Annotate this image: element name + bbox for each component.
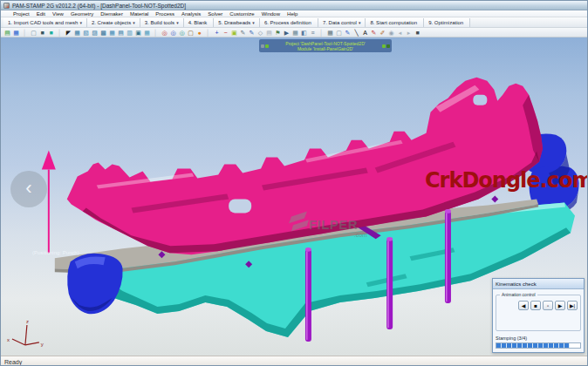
positioning-label: (Positioning: Punch) xyxy=(32,250,79,255)
pause-button[interactable]: ▫ xyxy=(543,301,553,310)
separator[interactable]: │ xyxy=(56,28,64,37)
open-project-icon[interactable]: ▤ xyxy=(3,28,11,37)
separator[interactable]: │ xyxy=(152,28,160,37)
workflow-step-button[interactable]: 4. Blank xyxy=(184,18,215,27)
title-bar[interactable]: PAM-STAMP 2G v2012.2 (64-bit) - [DashPan… xyxy=(1,1,587,10)
view-hidden-line-icon[interactable]: ▩ xyxy=(99,28,107,37)
menu-item[interactable]: Project xyxy=(10,11,33,17)
locator-marker xyxy=(491,195,498,202)
menu-item[interactable]: View xyxy=(49,11,67,17)
workflow-step-button[interactable]: 5. Drawbeads ▾ xyxy=(214,18,260,27)
module-label: Module 'Install-PanelGain2D' xyxy=(270,46,380,51)
workflow-step-button[interactable]: 6. Process definition xyxy=(260,18,318,27)
zoom-fit-icon[interactable]: ◎ xyxy=(178,28,186,37)
menu-item[interactable]: Window xyxy=(258,11,284,17)
axis-y-label: y xyxy=(41,342,44,347)
workflow-step-label: 8. Start computation xyxy=(370,20,417,25)
locating-pin[interactable] xyxy=(386,237,393,329)
up-arrow-indicator xyxy=(42,151,56,254)
dropdown-arrow-icon: ▾ xyxy=(252,20,255,25)
stop-icon[interactable]: ■ xyxy=(414,28,421,37)
project-save-icon xyxy=(386,44,390,48)
step-back-button[interactable]: ◀ xyxy=(518,301,529,310)
dropdown-arrow-icon: ▾ xyxy=(79,20,82,25)
menu-item[interactable]: Diemaker xyxy=(97,11,126,17)
zoom-in-icon[interactable]: ◎ xyxy=(161,28,168,37)
menu-item[interactable]: Customize xyxy=(226,11,257,17)
left-end-part[interactable] xyxy=(67,254,122,315)
color-palette-icon[interactable]: ▣ xyxy=(230,28,238,37)
icon-toolbar: ▤▦│▢■■│◤▦▧▨▩▦▤▥▣▦│◎◎◎▢●│+−▣✎✎◇▤⚑▶▦◧≡│▦▢✎… xyxy=(1,28,587,37)
separator[interactable]: │ xyxy=(318,28,325,37)
view-shaded-icon[interactable]: ▧ xyxy=(82,28,90,37)
separator[interactable]: │ xyxy=(21,28,29,37)
notes-icon[interactable]: ▤ xyxy=(265,28,273,37)
menu-item[interactable]: Solver xyxy=(204,11,226,17)
menu-item[interactable]: Material xyxy=(126,11,152,17)
play-button[interactable]: ▶ xyxy=(555,301,565,310)
calculator-icon[interactable]: ▦ xyxy=(326,28,334,37)
module-state-icon xyxy=(261,44,264,48)
mesh-box-dark-icon[interactable]: ■ xyxy=(38,28,46,37)
flag-icon[interactable]: ⚑ xyxy=(274,28,282,37)
view-top-icon[interactable]: ▥ xyxy=(126,28,133,37)
workflow-step-button[interactable]: 2. Create objects ▾ xyxy=(87,18,140,27)
annotate-icon[interactable]: ✎ xyxy=(248,28,256,37)
play-macro-icon[interactable]: ▶ xyxy=(283,28,291,37)
rotate-sphere-icon[interactable]: ● xyxy=(195,28,203,37)
grid-icon[interactable]: ▦ xyxy=(291,28,299,37)
visibility-icon[interactable]: ◉ xyxy=(387,28,395,37)
menu-item[interactable]: Edit xyxy=(33,11,49,17)
previous-overlay-button[interactable]: ‹ xyxy=(10,171,47,207)
workflow-step-button[interactable]: 8. Start computation xyxy=(366,18,424,27)
locating-pin[interactable] xyxy=(305,247,311,342)
workflow-step-button[interactable]: 1. Import CAD tools and mesh ▾ xyxy=(3,18,87,27)
menu-item[interactable]: Process xyxy=(152,11,178,17)
stop-button[interactable]: ■ xyxy=(530,301,541,310)
zoom-out-icon[interactable]: ◎ xyxy=(169,28,177,37)
add-entity-icon[interactable]: + xyxy=(213,28,221,37)
menu-item[interactable]: Analysis xyxy=(178,11,204,17)
menu-item[interactable]: Help xyxy=(284,11,301,17)
filper-watermark-text: FILPER xyxy=(309,217,358,232)
view-wireframe-icon[interactable]: ▨ xyxy=(91,28,99,37)
axis-triad: z x y xyxy=(7,319,44,347)
workflow-step-button[interactable]: 9. Optimization xyxy=(424,18,470,27)
menu-item[interactable]: Geometry xyxy=(67,11,97,17)
layers-icon[interactable]: ≡ xyxy=(309,28,317,37)
viewport-3d[interactable]: z x y FILPER .com Project 'DashPanel-Too… xyxy=(1,37,587,356)
workflow-step-button[interactable]: 3. Build tools ▾ xyxy=(140,18,184,27)
next-icon[interactable]: ▸ xyxy=(405,28,413,37)
save-project-icon[interactable]: ▦ xyxy=(12,28,20,37)
kinematics-panel-title[interactable]: Kinematics check xyxy=(493,279,584,289)
view-front-icon[interactable]: ▣ xyxy=(134,28,142,37)
locating-pin[interactable] xyxy=(445,209,451,303)
stage-progress-bar xyxy=(496,342,581,349)
report-icon[interactable]: ▢ xyxy=(335,28,343,37)
text-tool-icon[interactable]: A xyxy=(361,28,369,37)
section-icon[interactable]: ◧ xyxy=(300,28,308,37)
step-end-button[interactable]: ▶| xyxy=(567,301,578,310)
marker-icon[interactable]: ✐ xyxy=(379,28,386,37)
view-side-icon[interactable]: ▦ xyxy=(143,28,151,37)
workflow-step-label: 9. Optimization xyxy=(428,20,463,25)
pen-red-icon[interactable]: ✎ xyxy=(370,28,378,37)
view-quad-icon[interactable]: ▦ xyxy=(108,28,116,37)
kinematics-check-panel[interactable]: Kinematics check Animation control ◀■▫▶▶… xyxy=(492,278,585,353)
measure-icon[interactable]: ✎ xyxy=(239,28,247,37)
workflow-step-button[interactable]: 7. Data control ▾ xyxy=(318,18,366,27)
stage-label: Stamping (3/4) xyxy=(496,336,581,341)
view-iso-icon[interactable]: ▤ xyxy=(117,28,125,37)
remove-entity-icon[interactable]: − xyxy=(222,28,229,37)
zoom-window-icon[interactable]: ▢ xyxy=(187,28,195,37)
separator[interactable]: │ xyxy=(204,28,212,37)
brush-icon[interactable]: ✎ xyxy=(344,28,352,37)
project-ok-icon xyxy=(382,44,386,48)
mesh-box-teal-icon[interactable]: ■ xyxy=(47,28,55,37)
view-mesh-icon[interactable]: ▦ xyxy=(73,28,81,37)
select-cursor-icon[interactable]: ◤ xyxy=(65,28,72,37)
previous-icon[interactable]: ◂ xyxy=(396,28,404,37)
new-object-icon[interactable]: ▢ xyxy=(30,28,38,37)
line-tool-icon[interactable]: ╲ xyxy=(352,28,360,37)
tag-icon[interactable]: ◇ xyxy=(256,28,264,37)
